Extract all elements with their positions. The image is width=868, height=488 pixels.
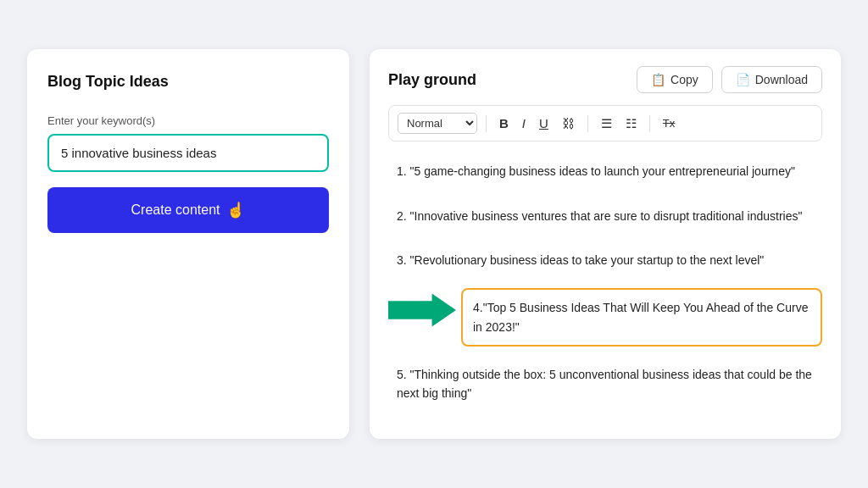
italic-button[interactable]: I [518,114,530,132]
keyword-field-label: Enter your keyword(s) [47,114,329,127]
copy-button[interactable]: 📋 Copy [637,66,713,93]
create-content-button[interactable]: Create content ☝ [47,187,329,233]
format-select[interactable]: Normal Heading 1 Heading 2 Heading 3 [398,113,477,134]
content-text-3: 3. "Revolutionary business ideas to take… [397,253,764,267]
content-text-5: 5. "Thinking outside the box: 5 unconven… [397,368,812,400]
content-area: 1. "5 game-changing business ideas to la… [388,155,822,410]
playground-header: Play ground 📋 Copy 📄 Download [388,66,822,93]
clear-format-button[interactable]: Tx [659,115,679,131]
link-icon: ⛓ [562,116,575,130]
underline-button[interactable]: U [535,114,553,132]
playground-title: Play ground [388,71,476,89]
download-label: Download [755,73,808,86]
content-item-2: 2. "Innovative business ventures that ar… [388,200,822,232]
ordered-list-button[interactable]: ☰ [597,114,616,133]
editor-toolbar: Normal Heading 1 Heading 2 Heading 3 B I… [388,105,822,141]
arrow-svg [388,291,456,329]
svg-marker-0 [388,294,456,327]
unordered-list-icon: ☷ [626,116,637,131]
content-text-2: 2. "Innovative business ventures that ar… [397,209,802,223]
cursor-icon: ☝ [226,201,245,219]
left-panel-title: Blog Topic Ideas [47,73,329,91]
toolbar-separator-2 [587,115,588,132]
right-panel: Play ground 📋 Copy 📄 Download Normal Hea… [370,49,841,439]
download-icon: 📄 [736,73,750,86]
content-item-4-highlighted: 4."Top 5 Business Ideas That Will Keep Y… [461,288,822,347]
copy-label: Copy [670,73,698,86]
clear-format-icon: Tx [663,117,675,130]
bold-button[interactable]: B [495,114,513,132]
underline-icon: U [539,116,548,130]
italic-icon: I [522,116,526,130]
create-content-label: Create content [131,202,220,218]
content-item-5: 5. "Thinking outside the box: 5 unconven… [388,358,822,410]
unordered-list-button[interactable]: ☷ [621,114,641,133]
keyword-input[interactable] [47,134,329,172]
highlighted-row: 4."Top 5 Business Ideas That Will Keep Y… [388,288,822,358]
copy-icon: 📋 [651,73,665,86]
green-arrow-icon [388,291,456,329]
content-item-3: 3. "Revolutionary business ideas to take… [388,244,822,276]
download-button[interactable]: 📄 Download [721,66,822,93]
left-panel: Blog Topic Ideas Enter your keyword(s) C… [27,49,349,439]
ordered-list-icon: ☰ [601,116,612,131]
content-text-1: 1. "5 game-changing business ideas to la… [397,164,795,178]
link-button[interactable]: ⛓ [558,114,579,132]
content-text-4: 4."Top 5 Business Ideas That Will Keep Y… [473,301,808,333]
header-buttons: 📋 Copy 📄 Download [637,66,822,93]
app-container: Blog Topic Ideas Enter your keyword(s) C… [27,49,841,439]
content-item-1: 1. "5 game-changing business ideas to la… [388,155,822,187]
toolbar-separator-3 [649,115,650,132]
bold-icon: B [499,116,509,130]
toolbar-separator-1 [486,115,487,132]
